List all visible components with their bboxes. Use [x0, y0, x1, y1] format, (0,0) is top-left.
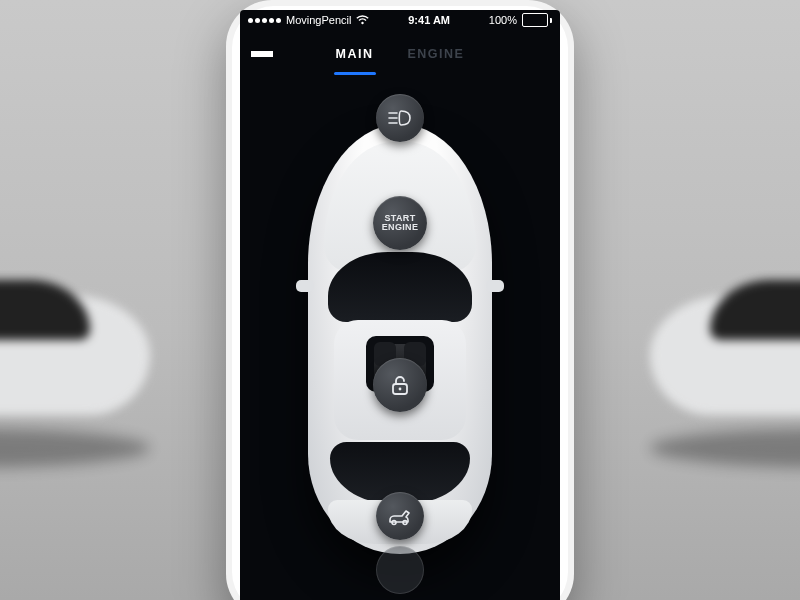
svg-point-1	[399, 388, 402, 391]
wifi-icon	[356, 15, 369, 25]
unlock-button[interactable]	[373, 358, 427, 412]
phone-frame: MovingPencil 9:41 AM 100%	[226, 0, 574, 600]
menu-button[interactable]	[240, 51, 284, 57]
trunk-button[interactable]	[376, 492, 424, 540]
tab-bar: MAIN ENGINE	[284, 39, 516, 69]
signal-dots-icon	[248, 18, 281, 23]
trunk-open-icon	[387, 506, 413, 526]
headlights-icon	[387, 109, 413, 127]
hamburger-icon	[251, 51, 273, 57]
app-mockup-stage: MovingPencil 9:41 AM 100%	[0, 0, 800, 600]
headlights-button[interactable]	[376, 94, 424, 142]
car-top-view	[308, 124, 492, 554]
top-nav: MAIN ENGINE	[240, 30, 560, 78]
background-car-right	[630, 260, 800, 520]
clock: 9:41 AM	[408, 14, 450, 26]
carrier-label: MovingPencil	[286, 14, 351, 26]
start-engine-button[interactable]: START ENGINE	[373, 196, 427, 250]
car-control-canvas: START ENGINE	[240, 78, 560, 600]
unlock-icon	[389, 373, 411, 397]
tab-main[interactable]: MAIN	[334, 39, 376, 69]
tab-engine[interactable]: ENGINE	[406, 39, 467, 69]
start-engine-label: START ENGINE	[382, 214, 419, 233]
background-car-left	[0, 260, 170, 520]
battery-icon	[522, 13, 552, 27]
extra-control-button[interactable]	[376, 546, 424, 594]
phone-screen: MovingPencil 9:41 AM 100%	[240, 10, 560, 600]
battery-pct: 100%	[489, 14, 517, 26]
status-bar: MovingPencil 9:41 AM 100%	[240, 10, 560, 30]
